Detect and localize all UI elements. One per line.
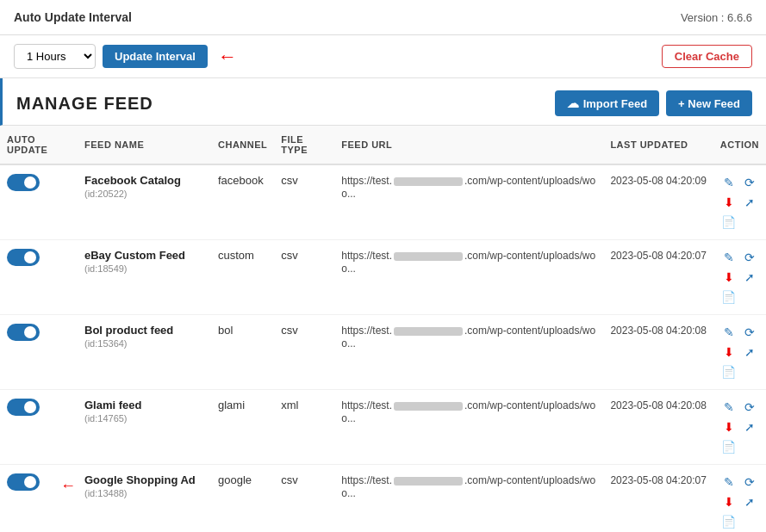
download-icon[interactable]: ⬇ bbox=[720, 418, 738, 436]
interval-select[interactable]: 1 Hours 2 Hours 6 Hours 12 Hours 24 Hour… bbox=[14, 44, 96, 69]
auto-update-toggle[interactable] bbox=[7, 174, 40, 191]
edit-icon[interactable]: ✎ bbox=[720, 249, 738, 266]
feed-url-cell: https://test..com/wp-content/uploads/woo… bbox=[334, 390, 603, 465]
top-bar-left: Auto Update Interval bbox=[14, 10, 132, 24]
file-type-cell: csv bbox=[274, 465, 334, 533]
manage-feed-header: MANAGE FEED ☁ Import Feed + New Feed bbox=[0, 78, 766, 126]
feed-id: (id:15364) bbox=[84, 338, 204, 349]
last-updated-value: 2023-05-08 04:20:09 bbox=[610, 175, 706, 187]
manage-feed-title: MANAGE FEED bbox=[16, 94, 153, 114]
feed-url-value: https://test..com/wp-content/uploads/woo… bbox=[341, 175, 595, 200]
file-type-cell: csv bbox=[274, 164, 334, 240]
action-icons: ✎ ⟳ ⬇ ➚ 📄 bbox=[720, 249, 759, 306]
feed-url-cell: https://test..com/wp-content/uploads/woo… bbox=[334, 240, 603, 315]
channel-value: bol bbox=[218, 324, 233, 337]
feed-url-cell: https://test..com/wp-content/uploads/woo… bbox=[334, 465, 603, 533]
action-cell: ✎ ⟳ ⬇ ➚ 📄 bbox=[713, 315, 766, 390]
auto-update-toggle[interactable] bbox=[7, 249, 40, 266]
action-row-3: 📄 bbox=[720, 213, 738, 231]
channel-cell: bol bbox=[211, 315, 274, 390]
channel-value: google bbox=[218, 473, 252, 486]
url-blur bbox=[394, 327, 463, 336]
header-feed-name: FEED NAME bbox=[78, 126, 211, 164]
auto-update-toggle[interactable] bbox=[7, 324, 40, 341]
feed-url-value: https://test..com/wp-content/uploads/woo… bbox=[341, 474, 595, 499]
auto-update-toggle[interactable] bbox=[7, 399, 40, 416]
download-icon[interactable]: ⬇ bbox=[720, 493, 738, 510]
feed-id: (id:14765) bbox=[84, 413, 204, 424]
feed-id: (id:13488) bbox=[84, 488, 204, 498]
share-icon[interactable]: ➚ bbox=[741, 493, 758, 510]
action-row-2: ⬇ ➚ bbox=[720, 194, 758, 211]
refresh-icon[interactable]: ⟳ bbox=[741, 399, 758, 416]
share-icon[interactable]: ➚ bbox=[741, 194, 758, 211]
action-row-1: ✎ ⟳ bbox=[720, 174, 758, 191]
interval-controls: 1 Hours 2 Hours 6 Hours 12 Hours 24 Hour… bbox=[14, 44, 237, 69]
edit-icon[interactable]: ✎ bbox=[720, 473, 738, 491]
share-icon[interactable]: ➚ bbox=[741, 343, 758, 361]
action-row-1: ✎ ⟳ bbox=[720, 473, 758, 491]
action-row-2: ⬇ ➚ bbox=[720, 343, 758, 361]
download-icon[interactable]: ⬇ bbox=[720, 269, 738, 286]
share-icon[interactable]: ➚ bbox=[741, 418, 758, 436]
share-icon[interactable]: ➚ bbox=[741, 269, 758, 286]
last-updated-cell: 2023-05-08 04:20:09 bbox=[603, 164, 713, 240]
file-type-value: csv bbox=[281, 473, 298, 486]
action-cell: ✎ ⟳ ⬇ ➚ 📄 bbox=[713, 240, 766, 315]
doc-icon[interactable]: 📄 bbox=[720, 438, 738, 455]
feed-id: (id:18549) bbox=[84, 263, 204, 274]
feed-name-cell: Facebook Catalog (id:20522) bbox=[78, 164, 211, 240]
doc-icon[interactable]: 📄 bbox=[720, 288, 738, 306]
doc-icon[interactable]: 📄 bbox=[720, 513, 738, 530]
clear-cache-button[interactable]: Clear Cache bbox=[662, 45, 752, 68]
cloud-upload-icon: ☁ bbox=[567, 96, 579, 110]
edit-icon[interactable]: ✎ bbox=[720, 174, 738, 191]
doc-icon[interactable]: 📄 bbox=[720, 363, 738, 380]
new-feed-button[interactable]: + New Feed bbox=[666, 90, 752, 116]
last-updated-value: 2023-05-08 04:20:08 bbox=[610, 325, 706, 337]
refresh-icon[interactable]: ⟳ bbox=[741, 473, 758, 491]
auto-update-cell bbox=[0, 240, 78, 315]
last-updated-cell: 2023-05-08 04:20:07 bbox=[603, 465, 713, 533]
action-row-1: ✎ ⟳ bbox=[720, 399, 758, 416]
auto-update-toggle[interactable] bbox=[7, 473, 40, 491]
action-row-2: ⬇ ➚ bbox=[720, 418, 758, 436]
import-feed-button[interactable]: ☁ Import Feed bbox=[555, 90, 659, 116]
update-interval-button[interactable]: Update Interval bbox=[103, 45, 208, 68]
header-channel: CHANNEL bbox=[211, 126, 274, 164]
feed-name: Google Shopping Ad bbox=[84, 473, 204, 486]
import-feed-label: Import Feed bbox=[583, 97, 647, 110]
table-row: Bol product feed (id:15364) bolcsvhttps:… bbox=[0, 315, 766, 390]
file-type-value: csv bbox=[281, 324, 298, 337]
action-icons: ✎ ⟳ ⬇ ➚ 📄 bbox=[720, 399, 759, 455]
action-cell: ✎ ⟳ ⬇ ➚ 📄 bbox=[713, 390, 766, 465]
url-blur bbox=[394, 402, 463, 411]
feed-name-cell: ← Google Shopping Ad (id:13488) bbox=[78, 465, 211, 533]
url-blur bbox=[394, 252, 463, 261]
last-updated-cell: 2023-05-08 04:20:07 bbox=[603, 240, 713, 315]
download-icon[interactable]: ⬇ bbox=[720, 343, 738, 361]
refresh-icon[interactable]: ⟳ bbox=[741, 324, 758, 341]
header-file-type: FILE TYPE bbox=[274, 126, 334, 164]
feed-name: Glami feed bbox=[84, 399, 204, 411]
refresh-icon[interactable]: ⟳ bbox=[741, 249, 758, 266]
action-row-1: ✎ ⟳ bbox=[720, 324, 758, 341]
doc-icon[interactable]: 📄 bbox=[720, 213, 738, 231]
action-row-2: ⬇ ➚ bbox=[720, 269, 758, 286]
table-header: AUTO UPDATE FEED NAME CHANNEL FILE TYPE … bbox=[0, 126, 766, 164]
last-updated-value: 2023-05-08 04:20:08 bbox=[610, 399, 706, 411]
edit-icon[interactable]: ✎ bbox=[720, 324, 738, 341]
interval-bar: 1 Hours 2 Hours 6 Hours 12 Hours 24 Hour… bbox=[0, 35, 766, 78]
refresh-icon[interactable]: ⟳ bbox=[741, 174, 758, 191]
auto-update-cell bbox=[0, 164, 78, 240]
auto-update-cell bbox=[0, 390, 78, 465]
channel-value: facebook bbox=[218, 174, 264, 187]
action-row-2: ⬇ ➚ bbox=[720, 493, 758, 510]
action-cell: ✎ ⟳ ⬇ ➚ 📄 bbox=[713, 164, 766, 240]
edit-icon[interactable]: ✎ bbox=[720, 399, 738, 416]
arrow-annotation-row: ← bbox=[60, 477, 76, 495]
table-row: Glami feed (id:14765) glamixmlhttps://te… bbox=[0, 390, 766, 465]
auto-update-cell bbox=[0, 465, 78, 533]
action-row-1: ✎ ⟳ bbox=[720, 249, 758, 266]
download-icon[interactable]: ⬇ bbox=[720, 194, 738, 211]
